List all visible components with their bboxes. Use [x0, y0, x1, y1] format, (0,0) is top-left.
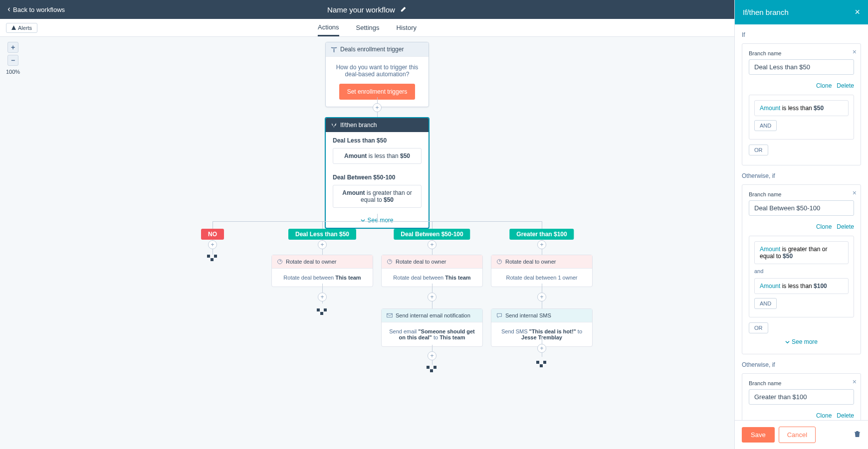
branch-card-1: × Branch name CloneDelete Amount is less… — [742, 43, 861, 165]
back-to-workflows-link[interactable]: Back to workflows — [0, 6, 72, 13]
end-marker — [207, 255, 218, 261]
chevron-down-icon — [361, 218, 365, 223]
clone-link[interactable]: Clone — [816, 412, 832, 419]
branch2-condition: Amount is greater than or equal to $50 — [333, 185, 422, 208]
delete-link[interactable]: Delete — [837, 223, 854, 230]
branch-name-input[interactable] — [749, 59, 854, 75]
workflow-title: Name your workflow — [327, 5, 395, 14]
see-more-link[interactable]: See more — [749, 336, 854, 347]
clone-link[interactable]: Clone — [816, 82, 832, 89]
rotate-deal-card[interactable]: Rotate deal to owner Rotate deal between… — [381, 255, 483, 287]
branch-name-input[interactable] — [749, 389, 854, 405]
subbar: Alerts Actions Settings History — [0, 19, 734, 37]
add-action-button[interactable]: + — [318, 240, 327, 249]
ifthen-branch-node[interactable]: If/then branch Deal Less than $50 Amount… — [325, 117, 430, 229]
funnel-icon — [331, 46, 337, 53]
add-action-button[interactable]: + — [428, 293, 436, 301]
connector — [213, 221, 542, 222]
remove-branch-button[interactable]: × — [853, 378, 857, 386]
and-text: and — [754, 268, 849, 274]
workflow-canvas[interactable]: + − 100% Deals enrollment trigger How do… — [0, 37, 734, 449]
alert-icon — [11, 25, 16, 30]
branch-name-input[interactable] — [749, 200, 854, 216]
trigger-title: Deals enrollment trigger — [340, 46, 404, 53]
delete-action-button[interactable] — [854, 430, 861, 440]
branch-icon — [331, 122, 337, 129]
alerts-button[interactable]: Alerts — [6, 23, 37, 33]
tab-settings[interactable]: Settings — [356, 19, 380, 36]
branch1-name: Deal Less than $50 — [333, 137, 422, 144]
rotate-deal-card[interactable]: Rotate deal to owner Rotate deal between… — [271, 255, 373, 287]
if-label: If — [742, 31, 861, 38]
otherwise-label: Otherwise, if — [742, 172, 861, 179]
save-button[interactable]: Save — [742, 427, 775, 443]
branch-name-label: Branch name — [749, 380, 854, 386]
zoom-level: 100% — [6, 69, 20, 75]
add-action-button[interactable]: + — [373, 103, 382, 112]
topbar: Back to workflows Name your workflow — [0, 0, 734, 19]
add-and-button[interactable]: AND — [754, 120, 777, 131]
email-body: Send email "Someone should get on this d… — [382, 322, 482, 346]
branch1-condition: Amount is less than $50 — [333, 148, 422, 164]
zoom-out-button[interactable]: − — [7, 55, 18, 66]
condition-chip[interactable]: Amount is less than $50 — [754, 100, 849, 116]
end-marker — [427, 366, 437, 372]
back-label: Back to workflows — [13, 6, 65, 13]
panel-title: If/then branch — [743, 8, 789, 16]
branch-name-label: Branch name — [749, 50, 854, 56]
rotate-icon — [496, 259, 502, 265]
send-email-card[interactable]: Send internal email notification Send em… — [381, 308, 483, 347]
side-panel: If/then branch × If × Branch name CloneD… — [734, 0, 868, 449]
branch2-name: Deal Between $50-100 — [333, 174, 422, 181]
zoom-in-button[interactable]: + — [7, 42, 18, 53]
end-marker — [317, 308, 328, 315]
chevron-left-icon — [7, 7, 11, 11]
end-marker — [536, 361, 547, 367]
branch-label-3: Greater than $100 — [509, 229, 574, 240]
rotate-deal-card[interactable]: Rotate deal to owner Rotate deal between… — [491, 255, 593, 287]
email-icon — [387, 312, 393, 318]
otherwise-label: Otherwise, if — [742, 361, 861, 368]
pencil-icon — [400, 5, 407, 12]
add-action-button[interactable]: + — [318, 293, 327, 301]
trigger-prompt: How do you want to trigger this deal-bas… — [335, 64, 420, 78]
add-action-button[interactable]: + — [428, 351, 436, 360]
add-or-button[interactable]: OR — [749, 145, 768, 155]
branch-card-2: × Branch name CloneDelete Amount is grea… — [742, 184, 861, 354]
add-and-button[interactable]: AND — [754, 298, 777, 309]
add-action-button[interactable]: + — [428, 240, 436, 249]
close-panel-button[interactable]: × — [855, 7, 860, 17]
remove-branch-button[interactable]: × — [853, 189, 857, 197]
cancel-button[interactable]: Cancel — [779, 427, 816, 443]
delete-link[interactable]: Delete — [837, 82, 854, 89]
add-or-button[interactable]: OR — [749, 322, 768, 333]
chevron-down-icon — [785, 340, 790, 344]
condition-chip[interactable]: Amount is greater than or equal to $50 — [754, 241, 849, 264]
delete-link[interactable]: Delete — [837, 412, 854, 419]
connector — [377, 214, 378, 221]
condition-chip[interactable]: Amount is less than $100 — [754, 278, 849, 294]
rotate-icon — [387, 259, 393, 265]
add-action-button[interactable]: + — [537, 344, 546, 353]
edit-title-button[interactable] — [400, 5, 407, 14]
alerts-label: Alerts — [18, 25, 32, 31]
sms-icon — [496, 312, 502, 318]
tab-actions[interactable]: Actions — [318, 19, 339, 36]
branch-name-label: Branch name — [749, 191, 854, 197]
branch-label-no: NO — [201, 229, 224, 240]
tab-history[interactable]: History — [397, 19, 417, 36]
trash-icon — [854, 430, 861, 438]
branch-card-3: × Branch name CloneDelete Amount is grea… — [742, 373, 861, 420]
branch-label-2: Deal Between $50-100 — [394, 229, 470, 240]
add-action-button[interactable]: + — [537, 240, 546, 249]
ifthen-title: If/then branch — [340, 122, 377, 129]
branch-label-1: Deal Less than $50 — [288, 229, 356, 240]
add-action-button[interactable]: + — [208, 240, 217, 249]
remove-branch-button[interactable]: × — [853, 48, 857, 56]
svg-rect-3 — [387, 313, 393, 317]
rotate-icon — [277, 259, 283, 265]
clone-link[interactable]: Clone — [816, 223, 832, 230]
add-action-button[interactable]: + — [537, 293, 546, 301]
